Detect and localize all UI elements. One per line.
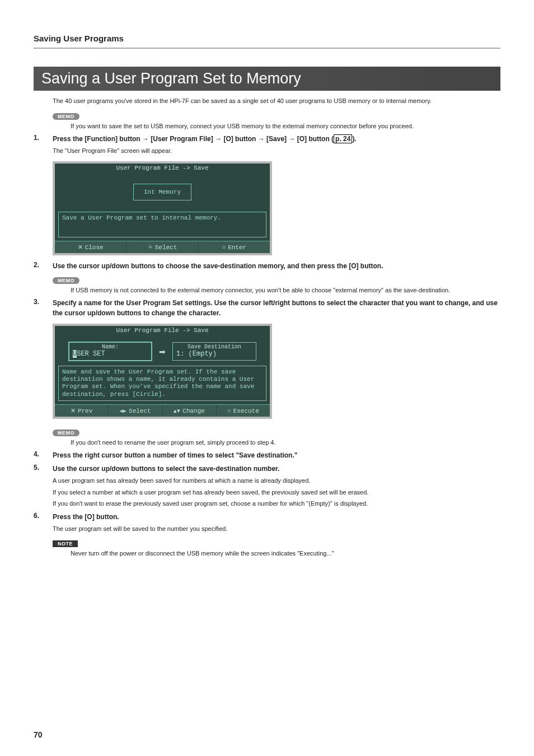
step-5-sub3: If you don't want to erase the previousl… xyxy=(53,499,500,508)
memo-text-2: If USB memory is not connected to the ex… xyxy=(71,286,500,295)
memo-badge: MEMO xyxy=(53,110,79,120)
ss2-arrow-icon: ➡ xyxy=(159,347,166,356)
step-number: 2. xyxy=(34,261,53,269)
ss2-title: User Program File -> Save xyxy=(55,326,270,335)
memo-badge: MEMO xyxy=(53,274,79,284)
ss2-dest-box: Save Destination 1: (Empty) xyxy=(172,342,256,361)
step-number: 5. xyxy=(34,464,53,472)
step-number: 4. xyxy=(34,450,53,458)
ss2-select: ◂▸Select xyxy=(109,405,162,417)
page-ref[interactable]: p. 24 xyxy=(334,134,352,143)
ss1-footer: ✕Close ✧Select ○Enter xyxy=(55,241,270,253)
step-number: 6. xyxy=(34,512,53,520)
intro-text: The 40 user programs you've stored in th… xyxy=(53,96,500,106)
ss2-prev: ✕Prev xyxy=(55,405,109,417)
memo-text-1: If you want to save the set to USB memor… xyxy=(71,122,500,131)
step-5: 5. Use the cursor up/down buttons to sel… xyxy=(34,464,500,474)
ss1-close: ✕Close xyxy=(55,241,127,253)
step-number: 3. xyxy=(34,298,53,306)
note-text-1: Never turn off the power or disconnect t… xyxy=(71,549,500,558)
section-underline xyxy=(34,48,500,49)
step-5-sub1: A user program set has already been save… xyxy=(53,476,500,486)
screenshot-1: User Program File -> Save Int Memory Sav… xyxy=(53,161,272,255)
step-6-sub: The user program set will be saved to th… xyxy=(53,524,500,534)
memo-text-3: If you don't need to rename the user pro… xyxy=(71,438,500,447)
step-3: 3. Specify a name for the User Program S… xyxy=(34,298,500,318)
ss2-footer: ✕Prev ◂▸Select ▴▾Change ○Execute xyxy=(55,404,270,417)
ss1-int-memory: Int Memory xyxy=(133,184,191,200)
main-heading: Saving a User Program Set to Memory xyxy=(34,67,500,91)
section-header: Saving User Programs xyxy=(34,34,500,43)
step-text: Press the [O] button. xyxy=(53,512,119,522)
ss2-desc: Name and save the User Program set. If t… xyxy=(58,366,266,401)
step-number: 1. xyxy=(34,134,53,142)
memo-badge: MEMO xyxy=(53,427,79,437)
note-badge: NOTE xyxy=(53,538,78,548)
step-1-sub: The "User Program File" screen will appe… xyxy=(53,146,500,156)
ss1-desc: Save a User Program set to internal memo… xyxy=(58,212,266,237)
step-4: 4. Press the right cursor button a numbe… xyxy=(34,450,500,460)
step-text: Specify a name for the User Program Set … xyxy=(53,298,500,318)
ss1-select: ✧Select xyxy=(127,241,198,253)
step-text: Use the cursor up/down buttons to select… xyxy=(53,464,279,474)
step-text: Press the right cursor button a number o… xyxy=(53,450,297,460)
ss1-enter: ○Enter xyxy=(199,241,270,253)
step-text: Use the cursor up/down buttons to choose… xyxy=(53,261,383,271)
step-2: 2. Use the cursor up/down buttons to cho… xyxy=(34,261,500,271)
ss2-execute: ○Execute xyxy=(217,405,270,417)
page-number: 70 xyxy=(34,730,43,739)
step-5-sub2: If you select a number at which a user p… xyxy=(53,488,500,497)
step-1: 1. Press the [Function] button → [User P… xyxy=(34,134,500,144)
step-6: 6. Press the [O] button. xyxy=(34,512,500,522)
ss1-title: User Program File -> Save xyxy=(55,164,270,172)
step-text: Press the [Function] button → [User Prog… xyxy=(53,134,357,144)
ss2-change: ▴▾Change xyxy=(163,405,217,417)
ss2-name-box: Name: USER SET xyxy=(68,342,152,361)
screenshot-2: User Program File -> Save Name: USER SET… xyxy=(53,324,272,419)
